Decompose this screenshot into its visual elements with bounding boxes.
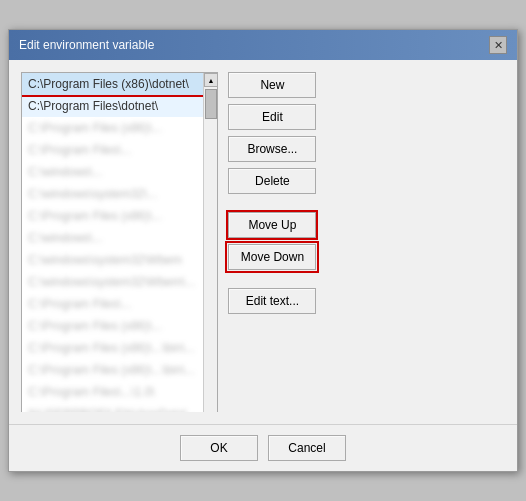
edit-text-button[interactable]: Edit text...: [228, 288, 316, 314]
list-item[interactable]: C:\Program Files (x86)\dotnet\: [22, 73, 203, 95]
env-list[interactable]: C:\Program Files (x86)\dotnet\C:\Program…: [21, 72, 218, 412]
cancel-button[interactable]: Cancel: [268, 435, 346, 461]
list-item[interactable]: C:\Program Files\dotnet\: [22, 95, 203, 117]
list-item[interactable]: C:\Program Files\...\1.0\: [22, 381, 203, 403]
dialog-footer: OK Cancel: [9, 424, 517, 471]
list-item[interactable]: C:\windows\...: [22, 161, 203, 183]
close-button[interactable]: ✕: [489, 36, 507, 54]
dialog-title: Edit environment variable: [19, 38, 154, 52]
scroll-thumb[interactable]: [205, 89, 217, 119]
dialog-content: C:\Program Files (x86)\dotnet\C:\Program…: [9, 60, 517, 424]
list-item[interactable]: C:\Program Files (x86)\...: [22, 117, 203, 139]
list-content: C:\Program Files (x86)\dotnet\C:\Program…: [22, 73, 217, 412]
list-item[interactable]: C:\Program Files (x86)\...\bin\...: [22, 359, 203, 381]
list-item[interactable]: C:\windows\system32\Wbem\...: [22, 271, 203, 293]
browse-button[interactable]: Browse...: [228, 136, 316, 162]
title-bar: Edit environment variable ✕: [9, 30, 517, 60]
scroll-up-btn[interactable]: ▲: [204, 73, 218, 87]
list-item[interactable]: C:\Program Files\...: [22, 293, 203, 315]
list-item[interactable]: C:\windows\system32\Wbem: [22, 249, 203, 271]
edit-env-var-dialog: Edit environment variable ✕ C:\Program F…: [8, 29, 518, 472]
scrollbar[interactable]: ▲ ▼: [203, 73, 217, 412]
delete-button[interactable]: Delete: [228, 168, 316, 194]
list-item[interactable]: C:\windows\...: [22, 227, 203, 249]
list-item[interactable]: %USERPROFILE%\AppData\...: [22, 403, 203, 412]
list-item[interactable]: C:\windows\system32\...: [22, 183, 203, 205]
list-item[interactable]: C:\Program Files\...: [22, 139, 203, 161]
edit-button[interactable]: Edit: [228, 104, 316, 130]
list-item[interactable]: C:\Program Files (x86)\...: [22, 205, 203, 227]
move-down-button[interactable]: Move Down: [228, 244, 316, 270]
action-buttons-panel: New Edit Browse... Delete Move Up Move D…: [228, 72, 316, 412]
new-button[interactable]: New: [228, 72, 316, 98]
list-item[interactable]: C:\Program Files (x86)\...\bin\...: [22, 337, 203, 359]
move-up-button[interactable]: Move Up: [228, 212, 316, 238]
env-list-container: C:\Program Files (x86)\dotnet\C:\Program…: [21, 72, 218, 412]
list-item[interactable]: C:\Program Files (x86)\...: [22, 315, 203, 337]
ok-button[interactable]: OK: [180, 435, 258, 461]
